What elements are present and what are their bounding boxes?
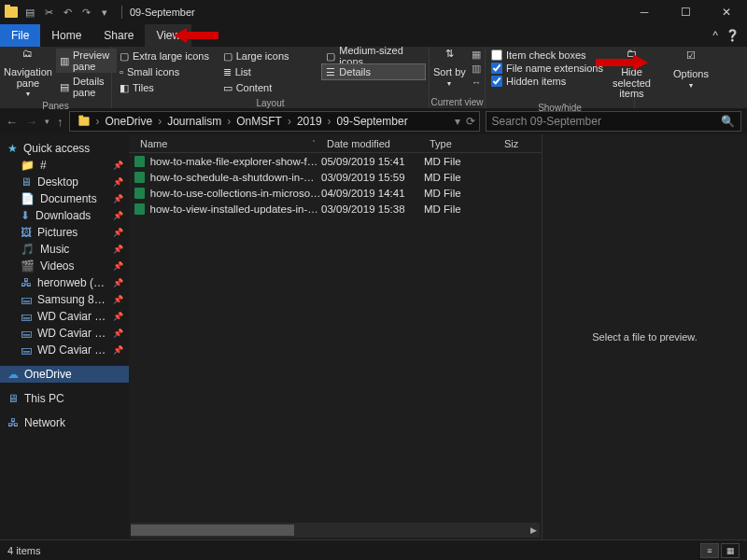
file-list-area: Name˄ Date modified Type Siz how-to-make… <box>129 134 542 539</box>
sidebar-onedrive[interactable]: ☁OneDrive <box>0 366 129 383</box>
layout-list[interactable]: ≣List <box>219 64 322 79</box>
qat-properties-icon[interactable]: ▤ <box>22 5 37 20</box>
navigation-pane-label: Navigation pane <box>4 67 52 89</box>
col-name[interactable]: Name˄ <box>134 138 321 149</box>
sidebar-item[interactable]: 🖴WD Caviar Black📌 <box>15 325 129 342</box>
sidebar-item[interactable]: 🎵Music📌 <box>15 241 129 258</box>
menu-home[interactable]: Home <box>40 24 92 47</box>
qat-cut-icon[interactable]: ✂ <box>41 5 56 20</box>
options-button[interactable]: ☑ Options ▾ <box>669 49 712 91</box>
sidebar-item[interactable]: 🖼Pictures📌 <box>15 224 129 241</box>
nav-up-button[interactable]: ↑ <box>57 115 63 129</box>
sidebar-item[interactable]: 🖴WD Caviar Black📌 <box>15 308 129 325</box>
horizontal-scrollbar[interactable]: ◀ ▶ <box>131 523 540 538</box>
col-date[interactable]: Date modified <box>321 138 424 149</box>
preview-pane-button[interactable]: ▥ Preview pane <box>56 49 117 73</box>
file-row[interactable]: how-to-view-installed-updates-in-windo..… <box>129 201 542 217</box>
app-icon <box>4 5 19 20</box>
sidebar-item[interactable]: ⬇Downloads📌 <box>15 207 129 224</box>
qat-more-icon[interactable]: ▾ <box>97 5 112 20</box>
layout-large[interactable]: ▢Large icons <box>219 49 322 63</box>
sidebar-item[interactable]: 🖧heronweb (\\192📌 <box>15 274 129 291</box>
crumb-09-september[interactable]: 09-September <box>333 115 412 128</box>
file-icon <box>134 203 145 215</box>
ribbon-group-options: ☑ Options ▾ <box>635 47 747 108</box>
file-row[interactable]: how-to-use-collections-in-microsoft-ed..… <box>129 185 542 201</box>
maximize-button[interactable]: ☐ <box>665 0 706 24</box>
crumb-2019[interactable]: 2019 <box>293 115 326 128</box>
crumb-onedrive[interactable]: OneDrive <box>102 115 157 128</box>
file-icon <box>134 172 145 183</box>
quick-access-header[interactable]: ★Quick access <box>0 140 129 157</box>
file-row[interactable]: how-to-schedule-a-shutdown-in-windo...03… <box>129 169 542 185</box>
details-pane-icon: ▤ <box>60 81 69 92</box>
preview-pane: Select a file to preview. <box>542 134 747 539</box>
status-bar: 4 items ≡ ▦ <box>0 539 747 560</box>
col-size[interactable]: Siz <box>499 138 536 149</box>
search-box[interactable]: Search 09-September 🔍 <box>486 111 742 132</box>
crumb-journalism[interactable]: Journalism <box>163 115 225 128</box>
menu-share[interactable]: Share <box>92 24 145 47</box>
options-icon: ☑ <box>682 50 700 67</box>
layout-small[interactable]: ▫Small icons <box>116 64 218 79</box>
file-extensions-toggle[interactable]: File name extensions <box>491 63 603 74</box>
show-hide-title: Show/hide <box>486 102 634 114</box>
sidebar-item[interactable]: 🖥Desktop📌 <box>15 174 129 190</box>
layout-extra-large[interactable]: ▢Extra large icons <box>116 49 218 63</box>
navigation-pane-button[interactable]: 🗂 Navigation pane ▾ <box>0 47 56 100</box>
details-pane-button[interactable]: ▤ Details pane <box>56 75 117 99</box>
current-view-title: Current view <box>430 96 485 108</box>
sidebar-item[interactable]: 🖴WD Caviar Greer📌 <box>15 342 129 358</box>
crumb-onmsft[interactable]: OnMSFT <box>233 115 286 128</box>
item-checkboxes-toggle[interactable]: Item check boxes <box>491 49 603 61</box>
sidebar-item[interactable]: 📄Documents📌 <box>15 190 129 207</box>
help-icon[interactable]: ❔ <box>726 29 740 42</box>
menu-file[interactable]: File <box>0 24 40 47</box>
file-row[interactable]: how-to-make-file-explorer-show-full-pa..… <box>129 153 542 169</box>
ribbon-group-layout: ▢Extra large icons ▢Large icons ▢Medium-… <box>112 47 430 108</box>
hidden-items-toggle[interactable]: Hidden items <box>491 76 603 87</box>
group-by-icon[interactable]: ▦ <box>472 49 482 61</box>
ribbon-collapse-icon[interactable]: ^ <box>712 29 718 42</box>
status-view-details[interactable]: ≡ <box>700 543 719 558</box>
ribbon-group-current-view: ⇅ Sort by ▾ ▦ ▥ ↔ Current view <box>430 47 486 108</box>
refresh-icon[interactable]: ⟳ <box>466 115 475 128</box>
panes-group-title: Panes <box>0 100 111 112</box>
nav-back-button[interactable]: ← <box>6 115 18 129</box>
layout-medium[interactable]: ▢Medium-sized icons <box>322 49 425 63</box>
breadcrumb[interactable]: › OneDrive› Journalism› OnMSFT› 2019› 09… <box>69 111 480 132</box>
layout-tiles[interactable]: ◧Tiles <box>116 80 218 95</box>
layout-content[interactable]: ▭Content <box>219 80 322 95</box>
file-icon <box>134 156 145 167</box>
ribbon: 🗂 Navigation pane ▾ ▥ Preview pane ▤ Det… <box>0 47 747 108</box>
qat-undo-icon[interactable]: ↶ <box>60 5 75 20</box>
preview-pane-icon: ▥ <box>60 55 69 66</box>
close-button[interactable]: ✕ <box>706 0 747 24</box>
sidebar-item[interactable]: 🖴Samsung 850 EV📌 <box>15 291 129 308</box>
search-placeholder: Search 09-September <box>492 115 601 128</box>
search-icon: 🔍 <box>721 115 735 128</box>
navigation-pane-icon: 🗂 <box>19 49 37 65</box>
nav-forward-button[interactable]: → <box>25 115 37 129</box>
add-columns-icon[interactable]: ▥ <box>472 63 482 75</box>
nav-history-button[interactable]: ▾ <box>45 117 49 126</box>
sidebar-this-pc[interactable]: 🖥This PC <box>0 390 129 407</box>
qat-redo-icon[interactable]: ↷ <box>78 5 93 20</box>
sidebar-item[interactable]: 📁#📌 <box>15 157 129 174</box>
column-headers[interactable]: Name˄ Date modified Type Siz <box>129 134 542 153</box>
file-icon <box>134 188 145 199</box>
size-columns-icon[interactable]: ↔ <box>472 77 482 88</box>
minimize-button[interactable]: ─ <box>624 0 665 24</box>
menu-view[interactable]: View <box>145 24 191 47</box>
status-item-count: 4 items <box>7 545 40 556</box>
ribbon-group-panes: 🗂 Navigation pane ▾ ▥ Preview pane ▤ Det… <box>0 47 112 108</box>
layout-details[interactable]: ☰Details <box>322 64 425 79</box>
status-view-thumbnails[interactable]: ▦ <box>721 543 740 558</box>
sidebar-item[interactable]: 🎬Videos📌 <box>15 258 129 274</box>
sort-by-button[interactable]: ⇅ Sort by ▾ <box>430 47 470 90</box>
sidebar-network[interactable]: 🖧Network <box>0 414 129 431</box>
sort-by-label: Sort by <box>433 67 466 78</box>
address-dropdown-icon[interactable]: ▾ <box>455 115 460 128</box>
col-type[interactable]: Type <box>424 138 499 149</box>
menu-bar: File Home Share View ^ ❔ <box>0 24 747 47</box>
